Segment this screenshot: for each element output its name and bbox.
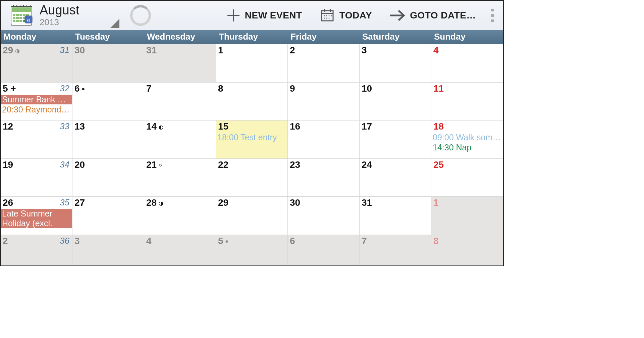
svg-point-33 <box>328 15 329 16</box>
day-number: 16 <box>290 121 300 132</box>
goto-date-label: GOTO DATE… <box>410 10 476 21</box>
day-cell[interactable]: 1518:00 Test entry <box>216 120 288 159</box>
allday-event[interactable]: Summer Bank H… <box>1 95 72 104</box>
day-cell[interactable]: 27 <box>72 197 144 235</box>
day-cell[interactable]: 30 <box>72 44 144 83</box>
day-cell[interactable]: 6 <box>288 235 360 265</box>
day-cell[interactable]: 2635Late Summer Holiday (excl. Scotla… <box>1 197 72 235</box>
day-number: 4 <box>433 45 439 56</box>
day-number: 29◑ <box>3 45 20 56</box>
day-cell[interactable]: 1934 <box>1 159 72 197</box>
day-number: 30 <box>74 45 85 56</box>
day-number: 27 <box>74 197 85 208</box>
day-cell[interactable]: 21○ <box>144 159 216 197</box>
today-calendar-icon <box>320 8 335 23</box>
month-grid: 29◑31303112345 +32Summer Bank H…20:30 Ra… <box>1 44 503 265</box>
goto-date-button[interactable]: GOTO DATE… <box>381 1 485 30</box>
day-number: 6 <box>290 236 295 246</box>
today-button[interactable]: TODAY <box>311 1 381 30</box>
day-cell[interactable]: 9 <box>288 83 360 121</box>
weekday-label: Sunday <box>431 30 503 44</box>
svg-rect-1 <box>12 7 31 12</box>
day-cell[interactable]: 1 <box>216 44 288 83</box>
day-events: Late Summer Holiday (excl. Scotla… <box>1 209 72 228</box>
arrow-right-icon <box>390 10 405 21</box>
day-cell[interactable]: 30 <box>288 197 360 235</box>
day-cell[interactable]: 5● <box>216 235 288 265</box>
timed-event[interactable]: 18:00 Test entry <box>216 133 287 142</box>
day-cell[interactable]: 1 <box>431 197 503 235</box>
svg-point-34 <box>331 15 332 16</box>
day-cell[interactable]: 2 <box>288 44 360 83</box>
day-cell[interactable]: 4 <box>431 44 503 83</box>
day-cell[interactable]: 4 <box>144 235 216 265</box>
timed-event[interactable]: 14:30 Nap <box>431 143 503 152</box>
day-cell[interactable]: 17 <box>360 120 431 159</box>
day-cell[interactable]: 236 <box>1 235 72 265</box>
svg-rect-13 <box>16 20 19 22</box>
svg-point-36 <box>326 17 327 18</box>
day-cell[interactable]: 29 <box>216 197 288 235</box>
day-cell[interactable]: 25 <box>431 159 503 197</box>
week-number: 32 <box>60 83 69 94</box>
weekday-label: Friday <box>288 30 360 44</box>
day-cell[interactable]: 5 +32Summer Bank H…20:30 Raymond … <box>1 83 72 121</box>
timed-event[interactable]: 20:30 Raymond … <box>1 105 72 114</box>
day-number: 5 + <box>3 83 16 94</box>
day-cell[interactable]: 7 <box>144 83 216 121</box>
day-number: 3 <box>362 45 367 56</box>
overflow-dot-icon <box>491 19 494 22</box>
day-cell[interactable]: 24 <box>360 159 431 197</box>
day-cell[interactable]: 16 <box>288 120 360 159</box>
day-cell[interactable]: 29◑31 <box>1 44 72 83</box>
day-cell[interactable]: 28◑ <box>144 197 216 235</box>
day-cell[interactable]: 3 <box>72 235 144 265</box>
day-number: 19 <box>3 159 13 170</box>
overflow-dot-icon <box>491 14 494 17</box>
day-events: 09:00 Walk some…14:30 Nap <box>431 133 503 152</box>
day-cell[interactable]: 1233 <box>1 120 72 159</box>
weekday-label: Tuesday <box>72 30 144 44</box>
timed-event[interactable]: 09:00 Walk some… <box>431 133 503 142</box>
svg-rect-5 <box>23 14 25 16</box>
day-number: 23 <box>290 159 300 170</box>
app-calendar-icon[interactable]: a <box>10 4 33 27</box>
day-cell[interactable]: 11 <box>431 83 503 121</box>
day-number: 12 <box>3 121 13 132</box>
day-cell[interactable]: 20 <box>72 159 144 197</box>
weekday-label: Monday <box>1 30 72 44</box>
moon-phase-icon: ◐ <box>159 124 163 130</box>
allday-event[interactable]: Late Summer Holiday (excl. Scotla… <box>1 209 72 228</box>
day-cell[interactable]: 8 <box>216 83 288 121</box>
day-number: 13 <box>74 121 85 132</box>
month-picker[interactable]: August 2013 <box>40 4 117 27</box>
new-event-label: NEW EVENT <box>245 10 302 21</box>
day-cell[interactable]: 6● <box>72 83 144 121</box>
toolbar: a August 2013 NEW EVENT <box>1 1 503 30</box>
moon-phase-icon: ◑ <box>15 48 20 54</box>
day-cell[interactable]: 3 <box>360 44 431 83</box>
day-cell[interactable]: 31 <box>144 44 216 83</box>
day-cell[interactable]: 13 <box>72 120 144 159</box>
day-number: 3 <box>74 236 80 246</box>
loading-spinner-icon <box>130 5 151 26</box>
day-number: 22 <box>218 159 228 170</box>
day-number: 31 <box>362 197 372 208</box>
toolbar-actions: NEW EVENT TODAY <box>218 1 503 30</box>
day-cell[interactable]: 22 <box>216 159 288 197</box>
day-number: 2 <box>3 236 8 246</box>
svg-rect-12 <box>13 20 15 22</box>
day-number: 5● <box>218 236 228 246</box>
overflow-menu-button[interactable] <box>485 1 503 30</box>
svg-rect-2 <box>13 14 15 16</box>
week-number: 34 <box>60 159 69 170</box>
day-cell[interactable]: 10 <box>360 83 431 121</box>
day-cell[interactable]: 8 <box>431 235 503 265</box>
day-cell[interactable]: 1809:00 Walk some…14:30 Nap <box>431 120 503 159</box>
week-row: 2635Late Summer Holiday (excl. Scotla…27… <box>1 197 503 235</box>
day-cell[interactable]: 7 <box>360 235 431 265</box>
day-cell[interactable]: 31 <box>360 197 431 235</box>
day-cell[interactable]: 14◐ <box>144 120 216 159</box>
new-event-button[interactable]: NEW EVENT <box>218 1 311 30</box>
day-cell[interactable]: 23 <box>288 159 360 197</box>
